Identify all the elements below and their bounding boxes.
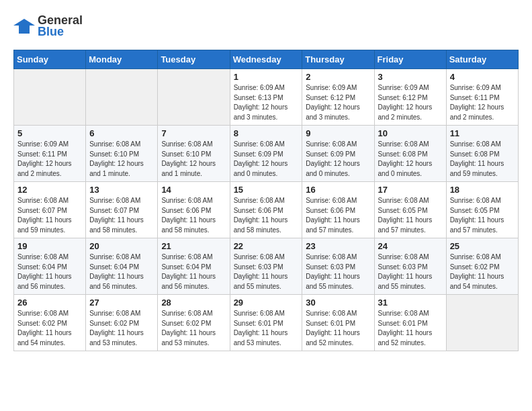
day-number: 28 <box>161 298 226 308</box>
calendar-cell: 20Sunrise: 6:08 AM Sunset: 6:04 PM Dayli… <box>86 238 158 295</box>
weekday-header-friday: Friday <box>374 50 446 69</box>
logo: General Blue <box>13 13 83 39</box>
calendar-week-5: 26Sunrise: 6:08 AM Sunset: 6:02 PM Dayli… <box>14 295 519 351</box>
calendar-cell <box>158 69 230 126</box>
day-info: Sunrise: 6:08 AM Sunset: 6:06 PM Dayligh… <box>161 196 226 235</box>
day-info: Sunrise: 6:08 AM Sunset: 6:05 PM Dayligh… <box>378 196 443 235</box>
calendar-cell: 21Sunrise: 6:08 AM Sunset: 6:04 PM Dayli… <box>158 238 230 295</box>
calendar-cell: 19Sunrise: 6:08 AM Sunset: 6:04 PM Dayli… <box>14 238 86 295</box>
calendar-cell: 13Sunrise: 6:08 AM Sunset: 6:07 PM Dayli… <box>86 182 158 238</box>
calendar-cell: 2Sunrise: 6:09 AM Sunset: 6:12 PM Daylig… <box>302 69 374 126</box>
calendar-cell: 15Sunrise: 6:08 AM Sunset: 6:06 PM Dayli… <box>230 182 302 238</box>
day-info: Sunrise: 6:08 AM Sunset: 6:04 PM Dayligh… <box>17 253 82 291</box>
calendar-table: SundayMondayTuesdayWednesdayThursdayFrid… <box>13 50 519 351</box>
day-number: 8 <box>234 128 299 138</box>
calendar-cell: 16Sunrise: 6:08 AM Sunset: 6:06 PM Dayli… <box>302 182 374 238</box>
svg-marker-0 <box>13 19 35 34</box>
calendar-cell: 11Sunrise: 6:08 AM Sunset: 6:08 PM Dayli… <box>446 126 518 182</box>
calendar-cell: 23Sunrise: 6:08 AM Sunset: 6:03 PM Dayli… <box>302 238 374 295</box>
day-number: 15 <box>234 185 299 195</box>
day-number: 6 <box>89 128 154 138</box>
weekday-header-monday: Monday <box>86 50 158 69</box>
day-number: 29 <box>234 298 299 308</box>
weekday-header-tuesday: Tuesday <box>158 50 230 69</box>
calendar-week-2: 5Sunrise: 6:09 AM Sunset: 6:11 PM Daylig… <box>14 126 519 182</box>
day-number: 2 <box>306 72 370 82</box>
day-info: Sunrise: 6:08 AM Sunset: 6:08 PM Dayligh… <box>450 140 515 179</box>
day-info: Sunrise: 6:08 AM Sunset: 6:02 PM Dayligh… <box>161 309 226 348</box>
calendar-cell: 12Sunrise: 6:08 AM Sunset: 6:07 PM Dayli… <box>14 182 86 238</box>
day-info: Sunrise: 6:08 AM Sunset: 6:05 PM Dayligh… <box>450 196 515 235</box>
calendar-cell <box>14 69 86 126</box>
weekday-header-saturday: Saturday <box>446 50 518 69</box>
calendar-cell: 17Sunrise: 6:08 AM Sunset: 6:05 PM Dayli… <box>374 182 446 238</box>
day-number: 7 <box>161 128 226 138</box>
day-number: 23 <box>306 241 370 251</box>
day-info: Sunrise: 6:08 AM Sunset: 6:03 PM Dayligh… <box>234 253 299 291</box>
calendar-cell: 14Sunrise: 6:08 AM Sunset: 6:06 PM Dayli… <box>158 182 230 238</box>
day-number: 31 <box>378 298 443 308</box>
day-info: Sunrise: 6:08 AM Sunset: 6:01 PM Dayligh… <box>234 309 299 348</box>
calendar-cell: 9Sunrise: 6:08 AM Sunset: 6:09 PM Daylig… <box>302 126 374 182</box>
day-info: Sunrise: 6:09 AM Sunset: 6:12 PM Dayligh… <box>306 83 370 122</box>
day-number: 1 <box>234 72 299 82</box>
day-info: Sunrise: 6:09 AM Sunset: 6:11 PM Dayligh… <box>450 83 515 122</box>
day-number: 25 <box>450 241 515 251</box>
day-number: 30 <box>306 298 370 308</box>
day-number: 13 <box>89 185 154 195</box>
day-info: Sunrise: 6:08 AM Sunset: 6:09 PM Dayligh… <box>306 140 370 179</box>
calendar-cell <box>86 69 158 126</box>
day-number: 4 <box>450 72 515 82</box>
calendar-cell: 4Sunrise: 6:09 AM Sunset: 6:11 PM Daylig… <box>446 69 518 126</box>
calendar-cell: 27Sunrise: 6:08 AM Sunset: 6:02 PM Dayli… <box>86 295 158 351</box>
day-info: Sunrise: 6:08 AM Sunset: 6:01 PM Dayligh… <box>306 309 370 348</box>
day-info: Sunrise: 6:08 AM Sunset: 6:02 PM Dayligh… <box>450 253 515 291</box>
calendar-cell: 8Sunrise: 6:08 AM Sunset: 6:09 PM Daylig… <box>230 126 302 182</box>
day-info: Sunrise: 6:08 AM Sunset: 6:07 PM Dayligh… <box>17 196 82 235</box>
day-info: Sunrise: 6:09 AM Sunset: 6:12 PM Dayligh… <box>378 83 443 122</box>
calendar-cell: 3Sunrise: 6:09 AM Sunset: 6:12 PM Daylig… <box>374 69 446 126</box>
day-number: 22 <box>234 241 299 251</box>
calendar-week-4: 19Sunrise: 6:08 AM Sunset: 6:04 PM Dayli… <box>14 238 519 295</box>
day-info: Sunrise: 6:08 AM Sunset: 6:04 PM Dayligh… <box>161 253 226 291</box>
day-info: Sunrise: 6:08 AM Sunset: 6:06 PM Dayligh… <box>306 196 370 235</box>
day-info: Sunrise: 6:08 AM Sunset: 6:06 PM Dayligh… <box>234 196 299 235</box>
day-number: 5 <box>17 128 82 138</box>
calendar-cell: 25Sunrise: 6:08 AM Sunset: 6:02 PM Dayli… <box>446 238 518 295</box>
day-number: 9 <box>306 128 370 138</box>
day-info: Sunrise: 6:08 AM Sunset: 6:02 PM Dayligh… <box>17 309 82 348</box>
day-info: Sunrise: 6:09 AM Sunset: 6:13 PM Dayligh… <box>234 83 299 122</box>
calendar-cell: 7Sunrise: 6:08 AM Sunset: 6:10 PM Daylig… <box>158 126 230 182</box>
calendar-cell: 30Sunrise: 6:08 AM Sunset: 6:01 PM Dayli… <box>302 295 374 351</box>
calendar-cell: 31Sunrise: 6:08 AM Sunset: 6:01 PM Dayli… <box>374 295 446 351</box>
day-number: 3 <box>378 72 443 82</box>
calendar-cell: 24Sunrise: 6:08 AM Sunset: 6:03 PM Dayli… <box>374 238 446 295</box>
day-number: 17 <box>378 185 443 195</box>
day-info: Sunrise: 6:08 AM Sunset: 6:04 PM Dayligh… <box>89 253 154 291</box>
day-number: 16 <box>306 185 370 195</box>
day-number: 24 <box>378 241 443 251</box>
calendar-cell: 29Sunrise: 6:08 AM Sunset: 6:01 PM Dayli… <box>230 295 302 351</box>
day-number: 10 <box>378 128 443 138</box>
logo-icon <box>13 19 35 34</box>
day-info: Sunrise: 6:08 AM Sunset: 6:03 PM Dayligh… <box>378 253 443 291</box>
calendar-cell: 22Sunrise: 6:08 AM Sunset: 6:03 PM Dayli… <box>230 238 302 295</box>
calendar-week-1: 1Sunrise: 6:09 AM Sunset: 6:13 PM Daylig… <box>14 69 519 126</box>
calendar-cell: 6Sunrise: 6:08 AM Sunset: 6:10 PM Daylig… <box>86 126 158 182</box>
day-number: 11 <box>450 128 515 138</box>
calendar-cell <box>446 295 518 351</box>
day-number: 18 <box>450 185 515 195</box>
day-number: 26 <box>17 298 82 308</box>
calendar-cell: 28Sunrise: 6:08 AM Sunset: 6:02 PM Dayli… <box>158 295 230 351</box>
day-info: Sunrise: 6:08 AM Sunset: 6:03 PM Dayligh… <box>306 253 370 291</box>
calendar-cell: 26Sunrise: 6:08 AM Sunset: 6:02 PM Dayli… <box>14 295 86 351</box>
day-info: Sunrise: 6:09 AM Sunset: 6:11 PM Dayligh… <box>17 140 82 179</box>
day-info: Sunrise: 6:08 AM Sunset: 6:02 PM Dayligh… <box>89 309 154 348</box>
day-number: 14 <box>161 185 226 195</box>
day-number: 20 <box>89 241 154 251</box>
day-number: 27 <box>89 298 154 308</box>
day-info: Sunrise: 6:08 AM Sunset: 6:10 PM Dayligh… <box>161 140 226 179</box>
day-number: 19 <box>17 241 82 251</box>
weekday-header-thursday: Thursday <box>302 50 374 69</box>
calendar-cell: 5Sunrise: 6:09 AM Sunset: 6:11 PM Daylig… <box>14 126 86 182</box>
